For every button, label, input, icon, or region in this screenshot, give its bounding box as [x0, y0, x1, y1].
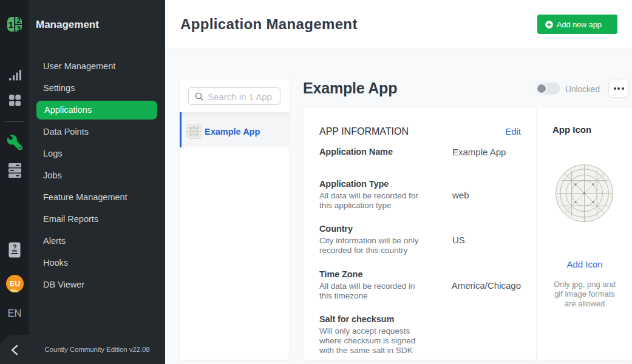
svg-text:2: 2 — [16, 16, 21, 25]
svg-text:3: 3 — [16, 25, 21, 33]
svg-text:1: 1 — [8, 20, 13, 30]
svg-text:?: ? — [13, 243, 17, 251]
svg-text:EU: EU — [9, 280, 19, 288]
